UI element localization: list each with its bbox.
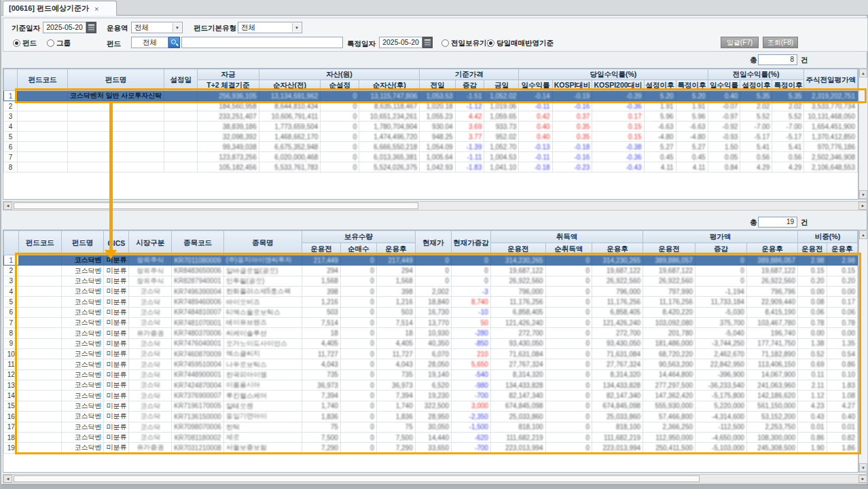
cell-qty_before: 18: [302, 328, 340, 338]
scroll-left-icon[interactable]: ◄: [3, 475, 12, 483]
cell-qty_before: 11,727: [302, 349, 340, 359]
cell-gics: 미분류: [104, 443, 129, 453]
cell-price_today: 952.02: [484, 132, 519, 142]
fund-row[interactable]: 532,098,3921,468,662,17001,474,496,72094…: [4, 132, 858, 142]
scroll-right-icon[interactable]: ►: [858, 202, 867, 210]
radio-prev-holding[interactable]: 전일보유기준: [441, 37, 494, 49]
cell-fund_name: 코스닥벤: [61, 391, 104, 401]
holding-row[interactable]: 15코스닥벤미분류코스닥KR7196170005알테오젠1,74001,7403…: [4, 401, 858, 411]
fund-row[interactable]: 3233,251,40710,606,791,411010,651,234,26…: [4, 111, 858, 122]
holding-row[interactable]: 19코스닥벤미분류유가증권KR7031210008서울보증보험7,29007,2…: [4, 443, 858, 453]
cell-qty_after: 7,394: [376, 391, 415, 401]
cell-wt_after: 0.06: [827, 307, 857, 317]
row-number: 9: [4, 338, 19, 348]
holding-row[interactable]: 7코스닥벤미분류코스닥KR7481070001에이유브랜즈7,51407,514…: [4, 318, 858, 328]
base-date-input[interactable]: 2025-05-20: [43, 22, 86, 33]
fund-unit-label: 건: [801, 56, 808, 65]
base-date-calendar-button[interactable]: [86, 22, 96, 33]
cell-wt_before: 0.06: [797, 307, 827, 317]
fund-name-input[interactable]: [181, 37, 343, 48]
holding-total-label: 총: [750, 218, 757, 228]
scroll-left-icon[interactable]: ◄: [3, 202, 12, 210]
holding-row[interactable]: 16코스닥벤미분류코스닥KR7136150000동일기연아이1,83601,83…: [4, 412, 858, 422]
cell-acq_net: 0: [545, 255, 592, 266]
query-button[interactable]: 조회(F8): [763, 37, 798, 48]
cell-stock_code: KR8483650006: [172, 266, 224, 276]
holding-row[interactable]: 11코스닥벤미분류코스닥KR7459510004나우로보틱스4,04304,04…: [4, 359, 858, 369]
scroll-down-icon[interactable]: ▼: [859, 463, 867, 472]
cell-cur_price_chg: -540: [451, 369, 490, 380]
scroll-up-icon[interactable]: ▲: [859, 69, 867, 77]
fund-row[interactable]: 8105,182,4565,533,761,78305,524,026,3751…: [4, 162, 858, 173]
holding-row[interactable]: 2코스닥벤미분류장외주식KR8483650006알바글로벌(공모)2940294…: [4, 266, 858, 276]
manager-select[interactable]: 전체 ▼: [131, 22, 183, 33]
hscroll-thumb[interactable]: [14, 475, 700, 482]
cell-prev_since_setup: 5.35: [740, 91, 772, 101]
column-header: 운용전: [490, 243, 545, 255]
holding-row[interactable]: 3코스닥벤미분류장외주식KR8287940001인투필(공모)1,56801,5…: [4, 276, 858, 286]
fund-row[interactable]: 699,349,0386,675,352,94806,666,550,2181,…: [4, 142, 858, 152]
column-header: 일수익률: [708, 80, 740, 91]
cell-nav_after: 10,651,234,261: [359, 111, 420, 122]
fund-type-select[interactable]: 전체 ▼: [238, 22, 302, 33]
holding-row[interactable]: 12코스닥벤미분류코스닥KR7448900001한국피아이엠735073519,…: [4, 369, 858, 380]
fund-row[interactable]: 2184,560,9588,644,810,43408,635,118,4671…: [4, 101, 858, 111]
fund-row[interactable]: 7123,873,2566,020,000,46806,013,365,3811…: [4, 152, 858, 162]
cell-fund_code: [18, 412, 61, 422]
cell-qty_after: 4,405: [376, 338, 415, 348]
cell-day_ret: 0.40: [519, 122, 552, 132]
cell-qty_net: 0: [340, 255, 376, 266]
cell-cur_price: 28,050: [415, 359, 451, 369]
cell-market: 코스닥: [129, 297, 172, 307]
holding-row[interactable]: 5코스닥벤미분류코스닥KR7489460006바이오비즈1,21601,2161…: [4, 297, 858, 307]
fund-search-button[interactable]: [168, 37, 180, 48]
holding-row[interactable]: 17코스닥벤미분류코스닥KR7098070006한턱7507530,050-1,…: [4, 422, 858, 432]
holding-row[interactable]: 14코스닥벤미분류코스닥KR7376900007루킨헬스케어7,39407,39…: [4, 391, 858, 401]
radio-today-trade[interactable]: 당일매매반영기준: [487, 37, 554, 49]
cell-qty_before: 503: [302, 307, 340, 317]
cell-eval_after: 177,741,750: [746, 338, 797, 348]
tab-close-icon[interactable]: ×: [94, 5, 98, 13]
tab-fund-expected-price[interactable]: [00616] 펀드예상기준가 ×: [3, 1, 117, 16]
cell-stock_name: 바이오비즈: [223, 297, 302, 307]
specific-date-calendar-button[interactable]: [422, 37, 433, 48]
holding-row[interactable]: 6코스닥벤미분류코스닥KR7484810007티엑스올로보틱스503050316…: [4, 307, 858, 317]
holding-row[interactable]: 10코스닥벤미분류코스닥KR7460870009엑스클씨지11,727011,7…: [4, 349, 858, 359]
cell-acq_after: 314,230,265: [592, 255, 643, 266]
holding-row[interactable]: 9코스닥벤미분류코스닥KR7476040001오가노이드사이언스4,40504,…: [4, 338, 858, 348]
holding-row[interactable]: 18코스닥벤미분류코스닥KR7081180002제로7,50007,50014,…: [4, 432, 858, 442]
radio-group[interactable]: 그룹: [47, 37, 71, 49]
cell-nav_before: 6,675,352,948: [259, 142, 321, 152]
cell-prev_day_ret: -0.93: [708, 132, 740, 142]
fund-code-input[interactable]: 전체: [131, 37, 168, 48]
radio-fund[interactable]: 펀드: [13, 37, 37, 49]
specific-date-input[interactable]: 2025-05-20: [379, 37, 422, 48]
scroll-down-icon[interactable]: ▼: [859, 190, 867, 199]
row-number: 6: [4, 142, 18, 152]
holding-row[interactable]: 1코스닥벤미분류장외주식KR7011080009(주)동지아이앤씨투자217,4…: [4, 255, 858, 266]
cell-nav_before: 5,533,761,783: [259, 162, 321, 173]
batch-button[interactable]: 일괄(F7): [721, 37, 759, 48]
cell-fund_name: 코스닥벤: [61, 443, 104, 453]
cell-vs_kospi: -0.23: [552, 162, 592, 173]
cell-stock_prev_eval: 2,502,346,908: [804, 152, 858, 162]
holding-row[interactable]: 4코스닥벤미분류코스닥KR7496390004한화플러스제5호스팩3980398…: [4, 287, 858, 297]
hscroll-thumb[interactable]: [14, 202, 418, 209]
cell-prev_since_setup: 5.41: [740, 142, 772, 152]
cell-nav_after: 13,115,747,806: [359, 91, 420, 101]
cell-market: 코스닥: [129, 359, 172, 369]
holding-row[interactable]: 8코스닥벤미분류유가증권KR7480370006씨케이솔루션1801810,93…: [4, 328, 858, 338]
cell-fund_code: [18, 369, 61, 380]
cell-stock_name: 한국피아이엠: [223, 369, 302, 380]
cell-prev_since_setup: 4.29: [740, 162, 772, 173]
cell-vs_kospi: -0.16: [552, 152, 592, 162]
scroll-up-icon[interactable]: ▲: [859, 230, 867, 239]
column-header: 특정이후: [676, 80, 708, 91]
cell-acq_net: 0: [545, 266, 592, 276]
fund-total-count: 8: [758, 54, 797, 65]
scroll-right-icon[interactable]: ►: [858, 475, 867, 483]
fund-row[interactable]: 1코스닥벤처 일반 사모투자신탁256,936,10513,134,591,96…: [4, 91, 858, 101]
corner-cell: [4, 69, 18, 91]
holding-row[interactable]: 13코스닥벤미분류코스닥KR7424870004이롬용시아36,973036,9…: [4, 380, 858, 391]
fund-row[interactable]: 438,839,1861,773,659,50401,780,704,90493…: [4, 122, 858, 132]
